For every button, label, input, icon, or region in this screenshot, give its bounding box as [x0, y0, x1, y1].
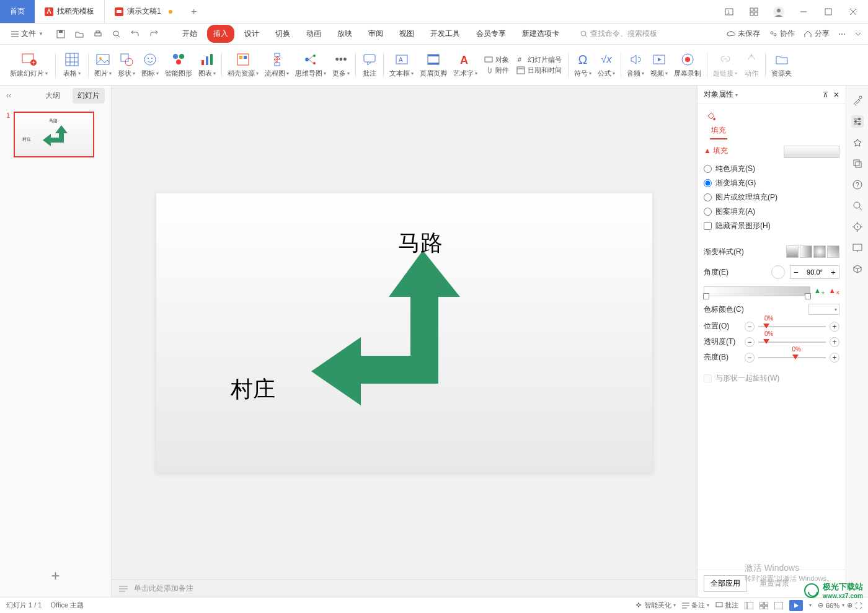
wordart-button[interactable]: A艺术字▾	[450, 51, 480, 78]
docer-resource-button[interactable]: 稻壳资源▾	[224, 51, 262, 78]
notes-toggle[interactable]: 备注▾	[682, 601, 709, 610]
fill-preview-dropdown[interactable]	[784, 146, 839, 158]
tab-review[interactable]: 审阅	[362, 25, 389, 43]
chart-button[interactable]: 图表▾	[195, 51, 219, 78]
mindmap-button[interactable]: 思维导图▾	[292, 51, 329, 78]
symbol-button[interactable]: Ω符号▾	[571, 51, 595, 78]
template-tab[interactable]: 找稻壳模板	[35, 0, 105, 23]
slide-number-button[interactable]: #幻灯片编号	[516, 55, 562, 64]
preview-button[interactable]	[109, 27, 124, 42]
flowchart-button[interactable]: 流程图▾	[262, 51, 292, 78]
sidebar-style-icon[interactable]	[851, 136, 864, 149]
action-button[interactable]: 动作	[740, 51, 763, 78]
equation-button[interactable]: √x公式▾	[595, 51, 618, 78]
minimize-button[interactable]	[795, 3, 812, 20]
sidebar-design-icon[interactable]	[851, 94, 864, 107]
slides-tab[interactable]: 幻灯片	[73, 88, 105, 104]
reading-layout-icon[interactable]: 1	[720, 3, 738, 20]
video-button[interactable]: 视频▾	[647, 51, 671, 78]
avatar-icon[interactable]	[770, 3, 787, 20]
shape-button[interactable]: 形状▾	[115, 51, 138, 78]
brightness-decrement[interactable]: −	[745, 353, 755, 363]
arrow-shape[interactable]	[311, 250, 485, 430]
fill-tab-label[interactable]: 填充	[710, 124, 727, 139]
hide-bg-checkbox[interactable]: 隐藏背景图形(H)	[704, 219, 839, 233]
maximize-button[interactable]	[820, 3, 837, 20]
new-slide-button[interactable]: 新建幻灯片▾	[5, 51, 53, 78]
gradient-stop-2[interactable]	[805, 293, 811, 299]
brightness-slider[interactable]: 0%	[758, 353, 826, 363]
zoom-value[interactable]: 66%	[826, 602, 839, 609]
slideshow-dropdown[interactable]: ▾	[809, 602, 812, 608]
picture-button[interactable]: 图片▾	[91, 51, 115, 78]
tab-design[interactable]: 设计	[238, 25, 265, 43]
comment-button[interactable]: 批注	[358, 51, 381, 78]
collab-button[interactable]: 协作	[769, 29, 795, 39]
pin-button[interactable]: ⊼	[823, 90, 828, 99]
datetime-button[interactable]: 日期和时间	[516, 66, 562, 75]
smartart-button[interactable]: 智能图形	[162, 51, 195, 78]
more-button[interactable]: •••更多▾	[329, 51, 353, 78]
gradient-stop-1[interactable]	[703, 293, 709, 299]
icon-button[interactable]: 图标▾	[138, 51, 162, 78]
header-footer-button[interactable]: 页眉页脚	[417, 51, 450, 78]
unsaved-status[interactable]: 未保存	[727, 29, 760, 39]
gradient-fill-radio[interactable]: 渐变填充(G)	[704, 176, 839, 190]
solid-fill-radio[interactable]: 纯色填充(S)	[704, 162, 839, 176]
sidebar-cube-icon[interactable]	[851, 263, 864, 275]
more-menu[interactable]: ⋯	[838, 30, 846, 38]
object-button[interactable]: 对象	[484, 55, 509, 64]
tab-slideshow[interactable]: 放映	[331, 25, 358, 43]
attachment-button[interactable]: 附件	[484, 66, 509, 75]
normal-view-button[interactable]	[745, 602, 753, 609]
gradient-bar[interactable]	[704, 286, 810, 296]
angle-input[interactable]	[802, 266, 828, 278]
resource-pack-button[interactable]: 资源夹	[768, 51, 795, 78]
zoom-in-button[interactable]: ⊕	[847, 601, 852, 609]
position-increment[interactable]: +	[830, 322, 839, 332]
tab-view[interactable]: 视图	[393, 25, 420, 43]
fill-section-title[interactable]: ▲ 填充	[704, 146, 728, 155]
audio-button[interactable]: 音频▾	[624, 51, 647, 78]
slide-canvas[interactable]: 马路 村庄	[156, 193, 652, 472]
zoom-out-button[interactable]: ⊖	[818, 601, 823, 609]
open-button[interactable]	[72, 27, 87, 42]
pattern-fill-radio[interactable]: 图案填充(A)	[704, 205, 839, 219]
village-label[interactable]: 村庄	[231, 374, 275, 405]
gradient-style-1[interactable]	[786, 245, 799, 258]
tab-start[interactable]: 开始	[176, 25, 203, 43]
sidebar-settings-icon[interactable]	[851, 115, 864, 128]
home-tab[interactable]: 首页	[0, 0, 35, 23]
position-decrement[interactable]: −	[745, 322, 755, 332]
sidebar-location-icon[interactable]	[851, 221, 864, 233]
tab-custom[interactable]: 新建选项卡	[516, 25, 565, 43]
file-menu[interactable]: 文件 ▼	[6, 26, 48, 42]
slide-thumbnail-1[interactable]: 马路 村庄	[14, 112, 94, 157]
add-slide-button[interactable]: +	[0, 555, 111, 597]
road-label[interactable]: 马路	[398, 228, 443, 258]
fit-button[interactable]: ⛶	[855, 602, 862, 609]
reset-bg-button[interactable]: 重置背景	[753, 575, 795, 592]
gradient-style-2[interactable]	[800, 245, 812, 258]
reading-view-button[interactable]	[774, 602, 783, 609]
angle-dial[interactable]	[771, 265, 785, 279]
beautify-button[interactable]: 智能美化▾	[635, 601, 676, 610]
table-button[interactable]: 表格▾	[58, 51, 86, 78]
notes-placeholder[interactable]: 单击此处添加备注	[134, 583, 193, 594]
gradient-style-4[interactable]	[827, 245, 839, 258]
print-button[interactable]	[91, 27, 105, 42]
transparency-decrement[interactable]: −	[745, 337, 755, 347]
tab-developer[interactable]: 开发工具	[424, 25, 466, 43]
textbox-button[interactable]: A文本框▾	[386, 51, 417, 78]
angle-increment[interactable]: +	[828, 266, 839, 278]
outline-tab[interactable]: 大纲	[40, 88, 65, 104]
close-panel-button[interactable]: ✕	[833, 90, 839, 99]
sidebar-find-icon[interactable]	[851, 200, 864, 212]
hyperlink-button[interactable]: 超链接▾	[710, 51, 740, 78]
screen-record-button[interactable]: 屏幕录制	[671, 51, 704, 78]
document-tab[interactable]: 演示文稿1	[105, 0, 182, 23]
undo-button[interactable]	[128, 27, 143, 42]
add-tab-button[interactable]: +	[182, 0, 206, 23]
apply-all-button[interactable]: 全部应用	[704, 575, 747, 592]
app-grid-icon[interactable]	[745, 3, 763, 20]
